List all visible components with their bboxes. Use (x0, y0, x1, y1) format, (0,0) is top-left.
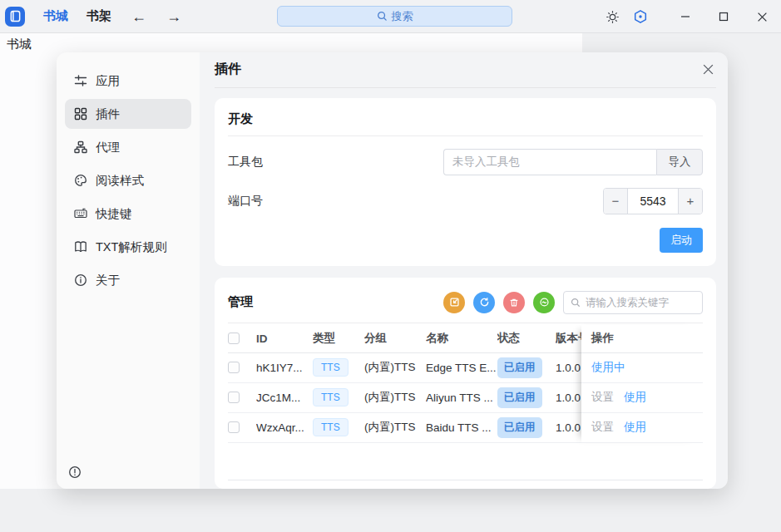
col-header-group: 分组 (364, 331, 426, 346)
toolkit-input[interactable] (443, 149, 656, 175)
col-header-id: ID (256, 332, 313, 345)
plugin-group: (内置)TTS (364, 360, 426, 375)
plugin-search-input[interactable] (586, 297, 695, 308)
col-header-status: 状态 (497, 331, 556, 346)
close-icon[interactable] (699, 62, 716, 78)
sidebar-item-label: 关于 (96, 273, 120, 288)
import-toolkit-button[interactable]: 导入 (656, 149, 703, 175)
palette-icon (73, 174, 87, 188)
sidebar-item-label: 应用 (96, 73, 120, 89)
use-link[interactable]: 使用 (624, 390, 646, 405)
start-button[interactable]: 启动 (660, 228, 703, 253)
sliders-icon (73, 74, 87, 88)
plugin-group: (内置)TTS (364, 390, 426, 405)
sidebar-item-txt-rules[interactable]: TXT解析规则 (65, 232, 191, 262)
plugin-name: Aliyun TTS ... (426, 392, 497, 404)
smiley-circle-icon[interactable] (533, 292, 555, 313)
toolkit-label: 工具包 (228, 155, 263, 170)
row-actions: 使用中 (581, 353, 703, 383)
settings-dialog: 应用 插件 代理 阅读样式 快捷键 (57, 52, 728, 489)
plugin-id: JCc1M... (256, 392, 313, 404)
sidebar-item-reading-style[interactable]: 阅读样式 (65, 165, 191, 195)
forward-arrow-icon[interactable]: → (166, 9, 181, 24)
type-badge: TTS (313, 358, 348, 377)
row-checkbox[interactable] (228, 362, 240, 373)
warning-circle-icon[interactable] (68, 466, 82, 479)
window-close-button[interactable] (743, 0, 781, 33)
plugin-id: hK1IY7... (256, 362, 313, 374)
status-badge: 已启用 (497, 387, 542, 408)
plugin-name: Baidu TTS ... (426, 421, 497, 434)
plugin-group: (内置)TTS (364, 420, 426, 435)
port-increase-button[interactable]: + (679, 189, 702, 214)
sidebar-item-shortcuts[interactable]: 快捷键 (65, 199, 191, 229)
row-checkbox[interactable] (228, 421, 240, 433)
status-badge: 已启用 (497, 357, 542, 378)
grid-icon (73, 107, 87, 121)
plugin-id: WzxAqr... (256, 421, 313, 434)
settings-link[interactable]: 设置 (591, 390, 614, 405)
sidebar-item-about[interactable]: 关于 (65, 265, 191, 295)
col-header-ops: 操作 (581, 325, 703, 353)
import-plugin-icon[interactable] (443, 292, 465, 313)
plugins-table: ID 类型 分组 名称 状态 版本号 hK1IY7... TTS (内置)TTS… (228, 325, 703, 443)
sidebar-item-plugins[interactable]: 插件 (65, 99, 191, 129)
port-stepper: − 5543 + (603, 188, 703, 214)
sidebar-item-label: 插件 (96, 106, 120, 122)
sidebar-item-app[interactable]: 应用 (65, 66, 191, 96)
type-badge: TTS (313, 418, 348, 436)
dev-section-title: 开发 (228, 108, 703, 136)
dev-section-card: 开发 工具包 导入 端口号 − 5543 + 启动 (215, 98, 716, 266)
tab-bookstore[interactable]: 书城 (43, 8, 68, 24)
trash-icon[interactable] (503, 292, 525, 313)
page-header-label: 书城 (7, 37, 32, 52)
tab-bookshelf[interactable]: 书架 (87, 8, 111, 24)
plugins-panel: 插件 开发 工具包 导入 端口号 − 5543 + (200, 52, 728, 489)
plugin-search-box[interactable] (563, 291, 703, 314)
sidebar-item-label: 代理 (96, 140, 120, 155)
row-actions: 设置 使用 (581, 383, 703, 413)
refresh-icon[interactable] (473, 292, 495, 313)
sidebar-item-label: TXT解析规则 (96, 239, 166, 255)
window-maximize-button[interactable] (704, 0, 743, 33)
status-badge: 已启用 (497, 417, 542, 438)
book-icon (73, 240, 87, 254)
sidebar-item-label: 快捷键 (96, 206, 132, 222)
select-all-checkbox[interactable] (228, 332, 240, 344)
row-checkbox[interactable] (228, 392, 240, 403)
table-bottom-divider (228, 480, 703, 480)
panel-title: 插件 (215, 61, 241, 78)
sidebar-item-proxy[interactable]: 代理 (65, 132, 191, 162)
theme-sun-icon[interactable] (606, 10, 620, 24)
plugin-name: Edge TTS E... (426, 362, 497, 374)
sidebar-item-label: 阅读样式 (96, 173, 144, 189)
port-decrease-button[interactable]: − (604, 189, 627, 214)
keyboard-icon (73, 207, 87, 221)
manage-section-card: 管理 (215, 278, 716, 490)
window-minimize-button[interactable] (666, 0, 704, 33)
network-icon (73, 140, 87, 155)
search-icon (571, 298, 581, 308)
settings-sidebar: 应用 插件 代理 阅读样式 快捷键 (57, 52, 200, 489)
info-icon (73, 273, 87, 288)
col-header-type: 类型 (313, 331, 364, 346)
use-link[interactable]: 使用 (624, 420, 646, 435)
settings-link[interactable]: 设置 (591, 420, 614, 435)
search-icon (377, 11, 388, 22)
type-badge: TTS (313, 388, 348, 406)
back-arrow-icon[interactable]: ← (131, 9, 146, 24)
port-value[interactable]: 5543 (627, 189, 679, 214)
operations-fixed-column: 操作 使用中 设置 使用 设置 使用 (581, 325, 703, 443)
manage-section-title: 管理 (228, 294, 253, 310)
in-use-link[interactable]: 使用中 (591, 360, 625, 375)
port-label: 端口号 (228, 194, 263, 209)
app-logo-book-icon (5, 7, 25, 27)
global-search-bar[interactable]: 搜索 (277, 6, 512, 27)
settings-hexagon-icon[interactable] (633, 9, 648, 24)
row-actions: 设置 使用 (581, 413, 703, 443)
col-header-name: 名称 (426, 331, 497, 346)
search-label: 搜索 (392, 9, 413, 24)
titlebar: 书城 书架 ← → 搜索 (0, 0, 781, 33)
